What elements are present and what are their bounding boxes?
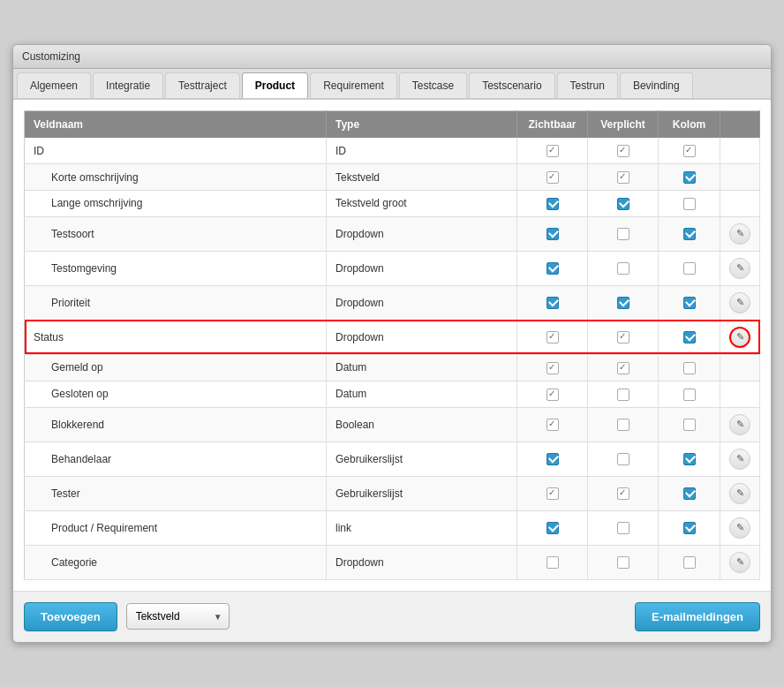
- main-content: Veldnaam Type Zichtbaar Verplicht Kolom …: [13, 100, 771, 590]
- field-type-selector[interactable]: TekstveldDropdownDatumBooleanGebruikersl…: [126, 603, 230, 630]
- kolom-cell: [659, 251, 720, 285]
- field-type: ID: [327, 138, 517, 163]
- checkbox[interactable]: [547, 453, 559, 465]
- verplicht-cell: [588, 381, 659, 407]
- col-zichtbaar: Zichtbaar: [517, 111, 588, 139]
- checkbox[interactable]: [683, 362, 696, 374]
- kolom-cell: [659, 407, 720, 442]
- zichtbaar-cell: [517, 442, 588, 476]
- checkbox[interactable]: [683, 487, 696, 500]
- checkbox[interactable]: [547, 556, 559, 569]
- field-type: Tekstveld: [327, 164, 517, 191]
- checkbox[interactable]: [617, 198, 629, 210]
- field-type: Dropdown: [327, 216, 517, 251]
- edit-button[interactable]: ✎: [729, 552, 750, 573]
- email-notifications-button[interactable]: E-mailmeldingen: [635, 602, 760, 631]
- checkbox[interactable]: [683, 556, 696, 569]
- checkbox[interactable]: [547, 331, 559, 344]
- zichtbaar-cell: [517, 407, 588, 442]
- checkbox[interactable]: [683, 419, 696, 431]
- kolom-cell: [659, 354, 720, 381]
- tab-testtraject[interactable]: Testtraject: [165, 72, 240, 98]
- tab-algemeen[interactable]: Algemeen: [17, 72, 91, 98]
- checkbox[interactable]: [547, 389, 559, 401]
- checkbox[interactable]: [547, 297, 559, 309]
- edit-cell: ✎: [720, 320, 760, 354]
- edit-button[interactable]: ✎: [729, 292, 750, 313]
- edit-cell: ✎: [720, 407, 760, 442]
- edit-button[interactable]: ✎: [729, 258, 750, 279]
- checkbox[interactable]: [617, 228, 629, 240]
- zichtbaar-cell: [517, 381, 588, 407]
- field-type: Gebruikerslijst: [327, 442, 517, 476]
- checkbox[interactable]: [617, 487, 629, 500]
- checkbox[interactable]: [683, 297, 696, 309]
- verplicht-cell: [588, 251, 659, 285]
- tab-bevinding[interactable]: Bevinding: [620, 72, 693, 98]
- field-name: Blokkerend: [25, 407, 327, 442]
- kolom-cell: [659, 442, 720, 476]
- tab-testcase[interactable]: Testcase: [399, 72, 467, 98]
- checkbox[interactable]: [617, 297, 629, 309]
- field-type: Dropdown: [327, 320, 517, 354]
- checkbox[interactable]: [547, 487, 559, 500]
- field-type: Datum: [327, 354, 517, 381]
- footer: Toevoegen TekstveldDropdownDatumBooleanG…: [13, 591, 771, 642]
- checkbox[interactable]: [683, 198, 696, 210]
- zichtbaar-cell: [517, 476, 588, 510]
- field-name: Gesloten op: [25, 381, 327, 407]
- table-row: TesterGebruikerslijst✎: [25, 476, 760, 510]
- tab-testscenario[interactable]: Testscenario: [469, 72, 554, 98]
- checkbox[interactable]: [683, 171, 696, 184]
- checkbox[interactable]: [617, 171, 629, 184]
- checkbox[interactable]: [683, 331, 696, 344]
- field-type-select[interactable]: TekstveldDropdownDatumBooleanGebruikersl…: [126, 603, 230, 630]
- checkbox[interactable]: [617, 362, 629, 374]
- edit-button[interactable]: ✎: [729, 223, 750, 245]
- checkbox[interactable]: [617, 419, 629, 431]
- tab-requirement[interactable]: Requirement: [310, 72, 397, 98]
- edit-cell: ✎: [720, 251, 760, 285]
- checkbox[interactable]: [617, 556, 629, 569]
- checkbox[interactable]: [547, 228, 559, 240]
- checkbox[interactable]: [683, 145, 696, 157]
- checkbox[interactable]: [547, 419, 559, 431]
- checkbox[interactable]: [547, 522, 559, 534]
- tab-integratie[interactable]: Integratie: [93, 72, 163, 98]
- zichtbaar-cell: [517, 545, 588, 579]
- checkbox[interactable]: [617, 262, 629, 275]
- edit-button[interactable]: ✎: [729, 483, 750, 504]
- title-bar: Customizing: [13, 45, 771, 69]
- checkbox[interactable]: [617, 522, 629, 534]
- checkbox[interactable]: [547, 262, 559, 275]
- checkbox[interactable]: [547, 145, 559, 157]
- checkbox[interactable]: [683, 228, 696, 240]
- checkbox[interactable]: [617, 145, 629, 157]
- checkbox[interactable]: [683, 522, 696, 534]
- field-type: Boolean: [327, 407, 517, 442]
- checkbox[interactable]: [617, 389, 629, 401]
- tab-testrun[interactable]: Testrun: [557, 72, 618, 98]
- checkbox[interactable]: [547, 171, 559, 184]
- edit-button[interactable]: ✎: [729, 449, 750, 470]
- edit-button[interactable]: ✎: [729, 327, 750, 348]
- edit-button[interactable]: ✎: [729, 414, 750, 435]
- kolom-cell: [659, 510, 720, 545]
- checkbox[interactable]: [683, 262, 696, 275]
- verplicht-cell: [588, 407, 659, 442]
- field-name: Tester: [25, 476, 327, 510]
- field-type: Gebruikerslijst: [327, 476, 517, 510]
- edit-button[interactable]: ✎: [729, 517, 750, 539]
- field-type: Dropdown: [327, 285, 517, 320]
- table-row: PrioriteitDropdown✎: [25, 285, 760, 320]
- checkbox[interactable]: [547, 198, 559, 210]
- table-row: BehandelaarGebruikerslijst✎: [25, 442, 760, 476]
- main-window: Customizing AlgemeenIntegratieTesttrajec…: [12, 44, 772, 642]
- checkbox[interactable]: [617, 453, 629, 465]
- checkbox[interactable]: [547, 362, 559, 374]
- checkbox[interactable]: [683, 389, 696, 401]
- add-button[interactable]: Toevoegen: [24, 602, 117, 631]
- checkbox[interactable]: [617, 331, 629, 344]
- tab-product[interactable]: Product: [242, 72, 308, 98]
- checkbox[interactable]: [683, 453, 696, 465]
